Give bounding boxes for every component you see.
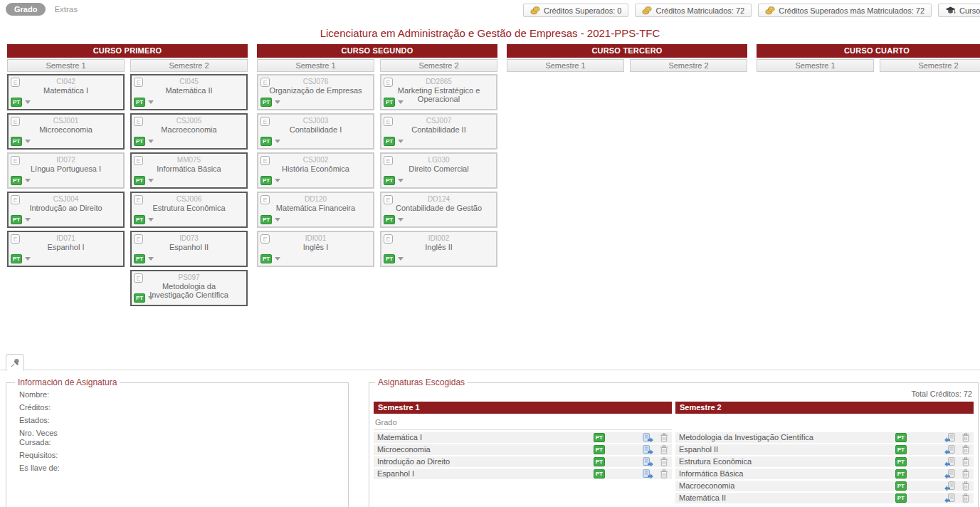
subject-card[interactable]: E ID073 Espanhol II PT <box>130 231 248 267</box>
subject-card[interactable]: E IDI001 Inglês I PT <box>257 231 374 267</box>
subject-card[interactable]: E MM075 Informática Básica PT <box>130 152 248 189</box>
subject-name: Introdução ao Direito <box>9 204 123 212</box>
move-subject-icon[interactable] <box>944 433 955 442</box>
chevron-down-icon[interactable] <box>275 218 280 221</box>
chevron-down-icon[interactable] <box>398 100 404 104</box>
subject-card[interactable]: E ID072 Língua Portuguesa I PT <box>7 152 125 189</box>
extra-flag-badge: E <box>11 117 20 126</box>
chevron-down-icon[interactable] <box>398 140 404 143</box>
extra-flag-badge: E <box>11 195 20 204</box>
move-subject-icon[interactable] <box>944 481 955 491</box>
subject-card[interactable]: E CSJ006 Estrutura Econômica PT <box>130 192 248 228</box>
subject-card[interactable]: E DD120 Matemática Financeira PT <box>257 192 374 228</box>
chevron-down-icon[interactable] <box>148 218 154 221</box>
info-field-label: Nombre: <box>19 390 72 399</box>
chosen-subject-row: Microeconomia PT <box>374 444 672 455</box>
subject-card[interactable]: E PS097 Metodologia da Investigação Cien… <box>130 270 248 306</box>
subject-card[interactable]: E DD124 Contabilidade de Gestão PT <box>380 192 497 228</box>
delete-subject-icon[interactable] <box>961 433 970 442</box>
move-subject-icon[interactable] <box>643 433 653 442</box>
chevron-down-icon[interactable] <box>148 179 154 182</box>
semester-header: Semestre 1 <box>374 402 672 414</box>
chevron-down-icon[interactable] <box>148 140 154 143</box>
chevron-down-icon[interactable] <box>25 100 31 104</box>
language-badge: PT <box>11 254 22 263</box>
semester-column: Semestre 2 <box>630 59 747 74</box>
delete-subject-icon[interactable] <box>961 457 970 466</box>
delete-subject-icon[interactable] <box>961 469 970 479</box>
semester-header: Semestre 1 <box>507 59 624 72</box>
subject-card[interactable]: E IDI002 Inglês II PT <box>380 231 497 267</box>
move-subject-icon[interactable] <box>944 457 955 466</box>
subject-code: LG030 <box>381 156 496 164</box>
delete-subject-icon[interactable] <box>660 457 668 466</box>
chevron-down-icon[interactable] <box>275 140 280 143</box>
extra-flag-badge: E <box>134 195 143 204</box>
status-badge: Créditos Superados más Matriculados: 72 <box>758 4 932 17</box>
chevron-down-icon[interactable] <box>25 257 31 261</box>
delete-subject-icon[interactable] <box>660 469 668 479</box>
chosen-subject-row: Matemática II PT <box>675 493 974 503</box>
chosen-semester-block: Semestre 1 Grado Matemática I PT Microec… <box>374 402 672 505</box>
course-column: CURSO CUARTO Semestre 1 Semestre 2 <box>757 44 980 309</box>
chevron-down-icon[interactable] <box>148 100 154 104</box>
subject-card[interactable]: E CSJ076 Organização de Empresas PT <box>257 74 374 110</box>
subject-card[interactable]: E CSJ003 Contabilidade I PT <box>257 113 374 150</box>
delete-subject-icon[interactable] <box>961 493 970 503</box>
delete-subject-icon[interactable] <box>660 433 668 442</box>
extra-flag-badge: E <box>11 78 20 87</box>
subject-card[interactable]: E LG030 Direito Comercial PT <box>380 152 497 189</box>
chevron-down-icon[interactable] <box>275 179 280 182</box>
semester-header: Semestre 2 <box>380 59 497 72</box>
chevron-down-icon[interactable] <box>148 296 154 300</box>
subject-name: Contabilidade II <box>381 125 496 134</box>
move-subject-icon[interactable] <box>643 469 653 479</box>
move-subject-icon[interactable] <box>643 457 653 466</box>
subject-card[interactable]: E CI045 Matemática II PT <box>130 74 248 110</box>
chevron-down-icon[interactable] <box>398 179 404 182</box>
subject-name: Organização de Empresas <box>258 86 373 95</box>
language-badge: PT <box>260 254 272 263</box>
semester-column: Semestre 1 E CI042 Matemática I PT E CSJ… <box>7 59 125 309</box>
move-subject-icon[interactable] <box>643 445 653 454</box>
move-subject-icon[interactable] <box>944 445 955 454</box>
subject-card[interactable]: E ID071 Espanhol I PT <box>7 231 125 267</box>
subject-card[interactable]: E CSJ002 História Econômica PT <box>257 152 374 189</box>
subject-card[interactable]: E DD2865 Marketing Estratégico e Operaci… <box>380 74 497 110</box>
topbar: Grado Extras Créditos Superados: 0 Crédi… <box>0 0 980 21</box>
language-badge: PT <box>895 445 907 454</box>
delete-subject-icon[interactable] <box>660 445 668 454</box>
chevron-down-icon[interactable] <box>25 140 31 143</box>
language-badge: PT <box>11 98 22 107</box>
chevron-down-icon[interactable] <box>25 179 31 182</box>
chevron-down-icon[interactable] <box>148 257 154 261</box>
delete-subject-icon[interactable] <box>961 445 970 454</box>
subject-name: Espanhol II <box>679 444 895 455</box>
chevron-down-icon[interactable] <box>275 257 280 261</box>
subject-name: Espanhol I <box>9 243 123 251</box>
course-column: CURSO TERCERO Semestre 1 Semestre 2 <box>507 44 747 309</box>
extra-flag-badge: E <box>260 156 270 165</box>
tab-extras[interactable]: Extras <box>54 5 78 14</box>
move-subject-icon[interactable] <box>944 493 955 503</box>
subject-card[interactable]: E CSJ005 Macroeconomia PT <box>130 113 248 150</box>
delete-subject-icon[interactable] <box>961 481 970 491</box>
subject-name: Matemática I <box>9 86 123 95</box>
pin-tab[interactable] <box>6 354 24 371</box>
chosen-semester-block: Semestre 2 Metodologia da Investigação C… <box>675 402 974 505</box>
subject-card[interactable]: E CSJ004 Introdução ao Direito PT <box>7 192 125 228</box>
chevron-down-icon[interactable] <box>398 218 404 221</box>
extra-flag-badge: E <box>260 78 270 87</box>
subject-card[interactable]: E CSJ001 Microeconomia PT <box>7 113 125 150</box>
chevron-down-icon[interactable] <box>25 218 31 221</box>
curriculum-grid: CURSO PRIMERO Semestre 1 E CI042 Matemát… <box>7 44 980 309</box>
subject-code: PS097 <box>132 273 246 282</box>
subject-code: CSJ002 <box>258 156 373 164</box>
subject-card[interactable]: E CSJ007 Contabilidade II PT <box>380 113 497 150</box>
tab-grado[interactable]: Grado <box>6 3 46 16</box>
subject-card[interactable]: E CI042 Matemática I PT <box>7 74 125 110</box>
chevron-down-icon[interactable] <box>398 257 404 261</box>
chevron-down-icon[interactable] <box>275 100 280 104</box>
group-label: Grado <box>374 416 672 430</box>
move-subject-icon[interactable] <box>944 469 955 479</box>
